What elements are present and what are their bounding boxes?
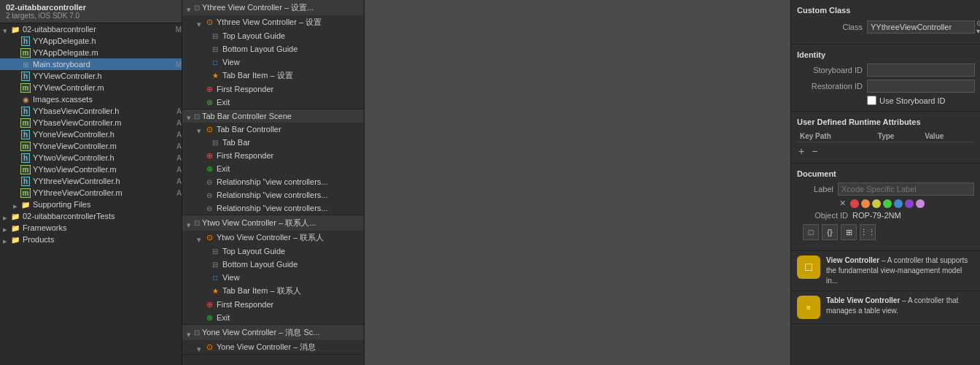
tree-item-label: YYAppDelegate.m — [33, 48, 182, 57]
color-dot-blue[interactable] — [894, 199, 903, 208]
scene-item[interactable]: ⊕First Responder — [182, 298, 364, 311]
tree-item-supportingfiles[interactable]: 📁Supporting Files — [0, 199, 182, 210]
triangle-closed[interactable] — [13, 201, 19, 207]
no-color-button[interactable]: ✕ — [839, 199, 846, 208]
triangle-closed[interactable] — [3, 225, 9, 231]
tree-item-label: YYViewController.h — [33, 72, 182, 80]
scene-item[interactable]: ⊟Tab Bar — [182, 136, 364, 149]
storyboard-id-input[interactable] — [867, 64, 975, 77]
scene-item[interactable]: ⊖Relationship "view controllers... — [182, 175, 364, 188]
vc-icon: ⊙ — [204, 18, 214, 28]
scene-item[interactable]: ⊙Ytwo View Controller – 联系人 — [182, 231, 364, 245]
color-dot-pink[interactable] — [916, 199, 925, 208]
scene-item[interactable]: ⊙Tab Bar Controller — [182, 123, 364, 136]
scene-item[interactable]: □View — [182, 55, 364, 69]
tree-item-appdelegate-h[interactable]: hYYAppDelegate.h — [0, 35, 182, 47]
guide-icon: ⊟ — [210, 31, 220, 41]
scene-triangle[interactable] — [187, 5, 192, 11]
color-dot-orange[interactable] — [861, 199, 870, 208]
scene-item[interactable]: ⊙Yone View Controller – 消息 — [182, 340, 364, 354]
rel-icon: ⊖ — [204, 203, 214, 213]
triangle-closed[interactable] — [3, 237, 9, 242]
scene-item-triangle[interactable] — [197, 126, 203, 132]
scene-item[interactable]: ⊕First Responder — [182, 82, 364, 96]
scene-header-label: Ytwo View Controller – 联系人... — [202, 218, 316, 228]
tree-item-root[interactable]: 📁02-uitabbarcontrollerM — [0, 23, 182, 35]
scene-item-label: First Responder — [217, 85, 273, 93]
triangle-closed[interactable] — [3, 213, 9, 219]
scene-header-tabbar-scene[interactable]: ⊡Tab Bar Controller Scene — [182, 110, 364, 123]
tree-item-yythree-m[interactable]: mYYthreeViewController.mA — [0, 187, 182, 199]
tree-item-yyone-h[interactable]: hYYoneViewController.hA — [0, 128, 182, 140]
scene-item[interactable]: ⊟Bottom Layout Guide — [182, 42, 364, 55]
view-icon: □ — [210, 272, 220, 283]
tree-item-tests[interactable]: 📁02-uitabbarcontrollerTests — [0, 210, 182, 222]
scene-triangle[interactable] — [187, 220, 192, 226]
tree-item-yyone-m[interactable]: mYYoneViewController.mA — [0, 140, 182, 152]
tree-item-label: 02-uitabbarcontrollerTests — [23, 212, 182, 220]
scene-icon: ⊡ — [194, 4, 200, 12]
scene-item[interactable]: ⊗Exit — [182, 96, 364, 109]
scene-item[interactable]: ★Tab Bar Item – 联系人 — [182, 284, 364, 298]
label-input[interactable] — [838, 182, 974, 196]
remove-attribute-button[interactable]: − — [810, 145, 819, 157]
tree-item-yythree-h[interactable]: hYYthreeViewController.hA — [0, 175, 182, 187]
tree-item-label: YYthreeViewController.h — [33, 177, 174, 185]
scene-triangle[interactable] — [187, 330, 192, 336]
doc-icon-4[interactable]: ⋮⋮ — [860, 224, 876, 240]
scene-item[interactable]: ⊕First Responder — [182, 149, 364, 162]
add-attribute-button[interactable]: + — [797, 145, 806, 157]
doc-icon-2[interactable]: {} — [822, 224, 838, 240]
scene-item-label: Bottom Layout Guide — [222, 260, 298, 269]
scene-item[interactable]: ⊟Top Layout Guide — [182, 29, 364, 42]
scene-item[interactable]: ⊖Relationship "view controllers... — [182, 201, 364, 215]
scene-item[interactable]: ⊙Ythree View Controller – 设置 — [182, 15, 364, 29]
tree-item-appdelegate-m[interactable]: mYYAppDelegate.m — [0, 47, 182, 58]
folder-icon: 📁 — [10, 234, 20, 245]
scene-item[interactable]: ⊗Exit — [182, 162, 364, 175]
scene-triangle[interactable] — [187, 113, 192, 119]
scene-header-ytwo-scene[interactable]: ⊡Ytwo View Controller – 联系人... — [182, 215, 364, 231]
color-dot-green[interactable] — [883, 199, 892, 208]
scene-item[interactable]: ⊖Relationship "view controllers... — [182, 188, 364, 201]
use-storyboard-id-checkbox[interactable] — [867, 96, 876, 105]
restoration-id-input[interactable] — [867, 80, 975, 93]
tree-item-mainstoryboard[interactable]: ⊞Main.storyboardM — [0, 58, 182, 70]
scene-item[interactable]: □View — [182, 271, 364, 284]
color-dot-yellow[interactable] — [872, 199, 881, 208]
scene-item[interactable]: ⊟Bottom Layout Guide — [182, 258, 364, 271]
tree-item-yytwo-m[interactable]: mYYtwoViewController.mA — [0, 164, 182, 175]
color-dot-purple[interactable] — [905, 199, 914, 208]
color-dot-red[interactable] — [850, 199, 859, 208]
guide-icon: ⊟ — [210, 259, 220, 269]
scene-item[interactable]: ⊗Exit — [182, 311, 364, 324]
triangle-open[interactable] — [3, 26, 9, 32]
scene-outline: ⊡Ythree View Controller – 设置...⊙Ythree V… — [182, 0, 365, 365]
tree-item-yybasevc-m[interactable]: mYYbaseViewController.mA — [0, 117, 182, 128]
scene-header-label: Tab Bar Controller Scene — [202, 112, 292, 120]
class-input[interactable] — [867, 20, 975, 34]
class-dropdown-icon[interactable]: ⊙ ▾ — [976, 19, 980, 35]
scene-header-ythree-scene[interactable]: ⊡Ythree View Controller – 设置... — [182, 0, 364, 15]
scene-item[interactable]: ⊟Top Layout Guide — [182, 245, 364, 258]
scene-item[interactable]: ★Tab Bar Item – 设置 — [182, 69, 364, 82]
doc-icon-3[interactable]: ⊞ — [841, 224, 857, 240]
tree-item-yytwo-h[interactable]: hYYtwoViewController.hA — [0, 152, 182, 164]
doc-icon-1[interactable]: □ — [803, 224, 819, 240]
tree-item-label: YYtwoViewController.m — [33, 165, 174, 174]
firstresponder-icon: ⊕ — [204, 84, 214, 94]
tree-item-products[interactable]: 📁Products — [0, 234, 182, 245]
project-title: 02-uitabbarcontroller — [6, 3, 176, 12]
impl-icon: m — [20, 118, 31, 128]
scene-item-triangle[interactable] — [197, 20, 203, 26]
scene-item-triangle[interactable] — [197, 235, 203, 241]
tree-item-images[interactable]: ◉Images.xcassets — [0, 93, 182, 105]
connection-lines — [365, 0, 790, 365]
storyboard-canvas[interactable]: Tab Bar Controller Ythree View Controlle… — [365, 0, 790, 365]
tree-item-yybasevc-h[interactable]: hYYbaseViewController.hA — [0, 105, 182, 117]
scene-item-triangle[interactable] — [197, 345, 203, 350]
tree-item-yyviewcontroller-m[interactable]: mYYViewController.m — [0, 82, 182, 93]
tree-item-yyviewcontroller-h[interactable]: hYYViewController.h — [0, 70, 182, 82]
scene-header-yone-scene[interactable]: ⊡Yone View Controller – 消息 Sc... — [182, 325, 364, 340]
tree-item-frameworks[interactable]: 📁Frameworks — [0, 222, 182, 234]
